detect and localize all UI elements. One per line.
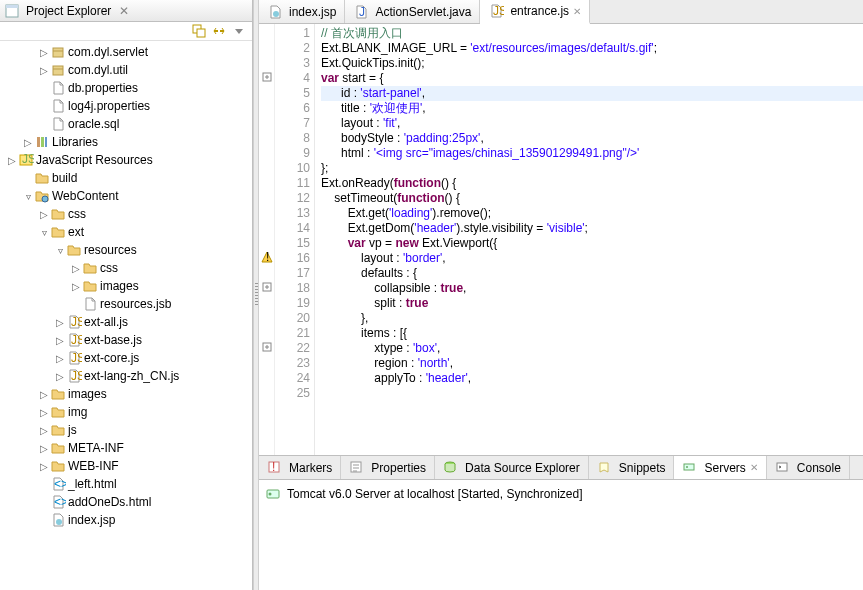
collapse-all-icon[interactable] [192, 24, 206, 38]
gutter-marker [259, 159, 274, 174]
tree-item[interactable]: index.jsp [0, 511, 252, 529]
code-line[interactable]: Ext.get('loading').remove(); [321, 206, 863, 221]
expand-icon[interactable]: ▷ [70, 263, 82, 274]
svg-rect-30 [684, 464, 694, 470]
expand-icon[interactable]: ▷ [38, 425, 50, 436]
expand-icon[interactable]: ▿ [54, 245, 66, 256]
tree-item[interactable]: ▷com.dyl.servlet [0, 43, 252, 61]
editor-tab[interactable]: JActionServlet.java [345, 0, 480, 23]
tree-item[interactable]: ▷WEB-INF [0, 457, 252, 475]
code-line[interactable]: collapsible : true, [321, 281, 863, 296]
close-icon[interactable]: ✕ [119, 4, 129, 18]
tree-item[interactable]: ▿resources [0, 241, 252, 259]
tree-item[interactable]: log4j.properties [0, 97, 252, 115]
dse-icon [443, 460, 459, 476]
bottom-tab[interactable]: Servers✕ [674, 456, 766, 479]
close-icon[interactable]: ✕ [573, 6, 581, 17]
code-line[interactable]: xtype : 'box', [321, 341, 863, 356]
code-line[interactable]: setTimeout(function() { [321, 191, 863, 206]
tree-item-label: resources.jsb [100, 297, 171, 311]
tree-item[interactable]: ▷JSJavaScript Resources [0, 151, 252, 169]
tree-item[interactable]: ▷JSext-base.js [0, 331, 252, 349]
line-number: 25 [275, 386, 310, 401]
code-line[interactable]: bodyStyle : 'padding:25px', [321, 131, 863, 146]
tree-item[interactable]: ▷META-INF [0, 439, 252, 457]
project-tree[interactable]: ▷com.dyl.servlet▷com.dyl.utildb.properti… [0, 41, 252, 590]
tree-item[interactable]: ▷css [0, 259, 252, 277]
server-row[interactable]: Tomcat v6.0 Server at localhost [Started… [265, 486, 857, 502]
tree-item[interactable]: ▷JSext-core.js [0, 349, 252, 367]
bottom-tab-label: Console [797, 461, 841, 475]
expand-icon[interactable]: ▷ [54, 371, 66, 382]
bottom-tab[interactable]: !Markers [259, 456, 341, 479]
editor-tab[interactable]: JSentrance.js✕ [480, 0, 590, 24]
code-line[interactable]: layout : 'fit', [321, 116, 863, 131]
gutter-marker [259, 24, 274, 39]
expand-icon[interactable]: ▷ [38, 461, 50, 472]
view-menu-icon[interactable] [232, 24, 246, 38]
expand-icon[interactable]: ▷ [54, 317, 66, 328]
bottom-tab[interactable]: Console [767, 456, 850, 479]
expand-icon[interactable]: ▷ [6, 155, 18, 166]
link-editor-icon[interactable] [212, 24, 226, 38]
close-icon[interactable]: ✕ [750, 462, 758, 473]
expand-icon[interactable]: ▷ [70, 281, 82, 292]
code-line[interactable]: split : true [321, 296, 863, 311]
code-line[interactable]: Ext.getDom('header').style.visibility = … [321, 221, 863, 236]
code-line[interactable]: var vp = new Ext.Viewport({ [321, 236, 863, 251]
expand-icon[interactable]: ▿ [38, 227, 50, 238]
tree-item[interactable]: ▿WebContent [0, 187, 252, 205]
code-line[interactable]: layout : 'border', [321, 251, 863, 266]
bottom-tab[interactable]: Properties [341, 456, 435, 479]
file-icon [50, 98, 66, 114]
expand-icon[interactable]: ▷ [38, 47, 50, 58]
code-line[interactable]: title : '欢迎使用', [321, 101, 863, 116]
props-icon [349, 460, 365, 476]
bottom-tab[interactable]: Data Source Explorer [435, 456, 589, 479]
code-line[interactable]: // 首次调用入口 [321, 26, 863, 41]
code-line[interactable]: items : [{ [321, 326, 863, 341]
expand-icon[interactable]: ▷ [38, 443, 50, 454]
expand-icon[interactable]: ▷ [54, 335, 66, 346]
expand-icon[interactable]: ▿ [22, 191, 34, 202]
code-line[interactable]: Ext.onReady(function() { [321, 176, 863, 191]
code-line[interactable]: var start = { [321, 71, 863, 86]
code-line[interactable]: id : 'start-panel', [321, 86, 863, 101]
code-line[interactable]: html : '<img src="images/chinasi_1359012… [321, 146, 863, 161]
editor-tab[interactable]: index.jsp [259, 0, 345, 23]
bottom-tab[interactable]: Snippets [589, 456, 675, 479]
expand-icon[interactable]: ▷ [54, 353, 66, 364]
tree-item[interactable]: ▷JSext-all.js [0, 313, 252, 331]
code-line[interactable]: }, [321, 311, 863, 326]
code-line[interactable]: region : 'north', [321, 356, 863, 371]
tree-item[interactable]: ▷images [0, 277, 252, 295]
tree-item[interactable]: ▷JSext-lang-zh_CN.js [0, 367, 252, 385]
code-editor[interactable]: // 首次调用入口Ext.BLANK_IMAGE_URL = 'ext/reso… [315, 24, 863, 455]
tree-item[interactable]: ▷Libraries [0, 133, 252, 151]
tree-item[interactable]: build [0, 169, 252, 187]
code-line[interactable]: Ext.QuickTips.init(); [321, 56, 863, 71]
code-line[interactable]: Ext.BLANK_IMAGE_URL = 'ext/resources/ima… [321, 41, 863, 56]
code-line[interactable]: defaults : { [321, 266, 863, 281]
code-line[interactable]: applyTo : 'header', [321, 371, 863, 386]
tree-item[interactable]: resources.jsb [0, 295, 252, 313]
code-line[interactable]: }; [321, 161, 863, 176]
project-explorer-tab[interactable]: Project Explorer ✕ [0, 0, 252, 22]
tree-item[interactable]: ▿ext [0, 223, 252, 241]
expand-icon[interactable]: ▷ [38, 65, 50, 76]
tree-item[interactable]: <>_left.html [0, 475, 252, 493]
expand-icon[interactable]: ▷ [38, 407, 50, 418]
tree-item[interactable]: ▷js [0, 421, 252, 439]
tree-item-label: com.dyl.util [68, 63, 128, 77]
line-number: 10 [275, 161, 310, 176]
tree-item[interactable]: db.properties [0, 79, 252, 97]
tree-item[interactable]: ▷com.dyl.util [0, 61, 252, 79]
tree-item[interactable]: ▷images [0, 385, 252, 403]
tree-item[interactable]: ▷css [0, 205, 252, 223]
tree-item[interactable]: <>addOneDs.html [0, 493, 252, 511]
tree-item[interactable]: oracle.sql [0, 115, 252, 133]
expand-icon[interactable]: ▷ [38, 209, 50, 220]
expand-icon[interactable]: ▷ [22, 137, 34, 148]
expand-icon[interactable]: ▷ [38, 389, 50, 400]
tree-item[interactable]: ▷img [0, 403, 252, 421]
